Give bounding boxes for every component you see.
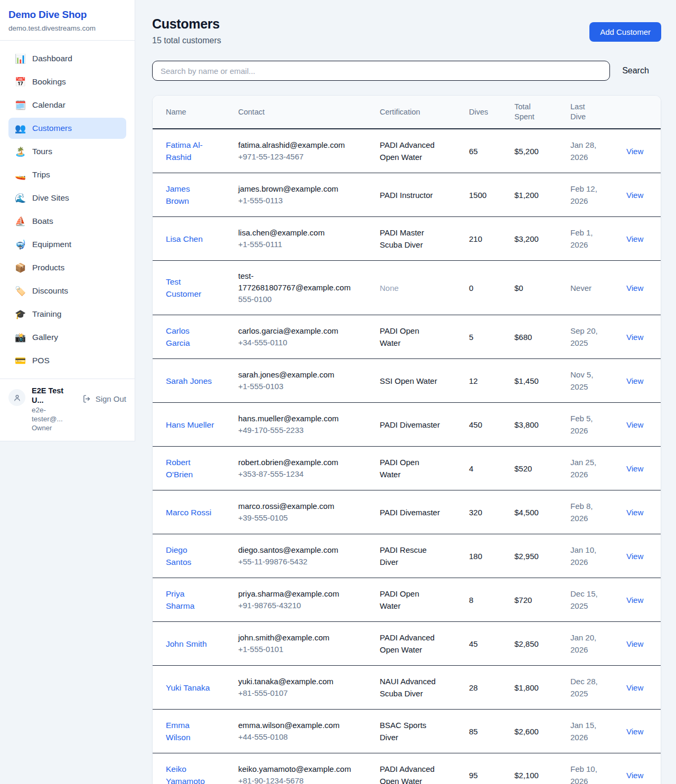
- customer-last-dive: Feb 10, 2026: [570, 763, 604, 784]
- view-customer-link[interactable]: View: [626, 464, 643, 473]
- view-customer-link[interactable]: View: [626, 508, 643, 517]
- customer-dives: 210: [461, 217, 506, 261]
- sidebar-item-pos[interactable]: 💳 POS: [8, 350, 126, 371]
- table-row: Hans Mueller hans.mueller@example.com +4…: [153, 403, 661, 447]
- page-title-block: Customers 15 total customers: [152, 16, 221, 45]
- sign-out-label: Sign Out: [96, 394, 126, 403]
- customer-name-link[interactable]: Carlos Garcia: [166, 325, 214, 349]
- add-customer-button[interactable]: Add Customer: [589, 22, 661, 42]
- search-bar: Search: [152, 61, 661, 81]
- customer-total-spent: $680: [506, 315, 562, 359]
- search-button[interactable]: Search: [610, 66, 661, 75]
- table-row: Diego Santos diego.santos@example.com +5…: [153, 534, 661, 578]
- shop-name: Demo Dive Shop: [8, 9, 126, 21]
- customer-name-link[interactable]: Robert O'Brien: [166, 456, 214, 480]
- customer-name-link[interactable]: Marco Rossi: [166, 506, 211, 518]
- view-customer-link[interactable]: View: [626, 333, 643, 342]
- view-customer-link[interactable]: View: [626, 191, 643, 200]
- view-customer-link[interactable]: View: [626, 234, 643, 243]
- customer-email: hans.mueller@example.com: [238, 413, 351, 424]
- table-row: Robert O'Brien robert.obrien@example.com…: [153, 447, 661, 490]
- customer-name-link[interactable]: Diego Santos: [166, 544, 214, 568]
- customer-phone: +81-555-0107: [238, 687, 363, 699]
- sidebar-item-boats[interactable]: ⛵ Boats: [8, 211, 126, 232]
- customer-certification: PADI Rescue Diver: [380, 544, 442, 568]
- avatar: [8, 389, 25, 406]
- customer-email: sarah.jones@example.com: [238, 369, 351, 381]
- table-row: Priya Sharma priya.sharma@example.com +9…: [153, 578, 661, 622]
- sidebar-item-training[interactable]: 🎓 Training: [8, 304, 126, 325]
- user-name: E2E Test U...: [32, 386, 76, 405]
- customer-name-link[interactable]: James Brown: [166, 183, 214, 207]
- customer-dives: 95: [461, 753, 506, 784]
- wave-icon: 🌊: [15, 194, 25, 203]
- customer-dives: 12: [461, 359, 506, 403]
- view-customer-link[interactable]: View: [626, 683, 643, 692]
- customer-name-link[interactable]: Sarah Jones: [166, 375, 212, 387]
- sailboat-icon: ⛵: [15, 217, 25, 226]
- customer-last-dive: Feb 8, 2026: [570, 500, 604, 524]
- sidebar-item-tours[interactable]: 🏝️ Tours: [8, 141, 126, 162]
- view-customer-link[interactable]: View: [626, 376, 643, 385]
- table-row: John Smith john.smith@example.com +1-555…: [153, 622, 661, 666]
- sidebar-item-equipment[interactable]: 🤿 Equipment: [8, 234, 126, 255]
- graduation-cap-icon: 🎓: [15, 310, 25, 319]
- customer-email: fatima.alrashid@example.com: [238, 139, 351, 151]
- view-customer-link[interactable]: View: [626, 596, 643, 604]
- column-header-certification: Certification: [371, 96, 461, 129]
- total-customers-count: 15 total customers: [152, 36, 221, 45]
- sidebar-item-calendar[interactable]: 🗓️ Calendar: [8, 95, 126, 116]
- customer-last-dive: Jan 25, 2026: [570, 456, 604, 480]
- customer-name-link[interactable]: Emma Wilson: [166, 719, 214, 743]
- customer-last-dive: Feb 1, 2026: [570, 226, 604, 251]
- customer-total-spent: $5,200: [506, 129, 562, 173]
- customer-email: marco.rossi@example.com: [238, 500, 351, 512]
- view-customer-link[interactable]: View: [626, 420, 643, 429]
- credit-card-icon: 💳: [15, 356, 25, 365]
- sidebar-item-bookings[interactable]: 📅 Bookings: [8, 71, 126, 92]
- customer-name-link[interactable]: Test Customer: [166, 276, 214, 300]
- sidebar-item-customers[interactable]: 👥 Customers: [8, 118, 126, 139]
- customer-email: test-1772681807767@example.com: [238, 270, 351, 294]
- customer-certification: PADI Instructor: [380, 189, 433, 201]
- search-input[interactable]: [152, 61, 610, 81]
- view-customer-link[interactable]: View: [626, 284, 643, 292]
- customer-phone: +81-90-1234-5678: [238, 775, 363, 784]
- customer-name-link[interactable]: John Smith: [166, 638, 207, 650]
- table-row: Keiko Yamamoto keiko.yamamoto@example.co…: [153, 753, 661, 784]
- view-customer-link[interactable]: View: [626, 727, 643, 736]
- table-row: Yuki Tanaka yuki.tanaka@example.com +81-…: [153, 666, 661, 710]
- customer-name-link[interactable]: Keiko Yamamoto: [166, 763, 214, 784]
- customer-total-spent: $1,450: [506, 359, 562, 403]
- customer-dives: 1500: [461, 173, 506, 217]
- sidebar-item-dashboard[interactable]: 📊 Dashboard: [8, 48, 126, 69]
- customer-name-link[interactable]: Hans Mueller: [166, 419, 214, 431]
- view-customer-link[interactable]: View: [626, 639, 643, 648]
- customer-last-dive: Jan 20, 2026: [570, 631, 604, 656]
- sidebar-item-products[interactable]: 📦 Products: [8, 257, 126, 278]
- customer-total-spent: $2,600: [506, 710, 562, 753]
- customer-name-link[interactable]: Lisa Chen: [166, 233, 203, 245]
- customer-phone: +971-55-123-4567: [238, 151, 363, 163]
- customer-name-link[interactable]: Yuki Tanaka: [166, 682, 210, 694]
- customers-table-card: Name Contact Certification Dives Total S…: [152, 95, 661, 784]
- sidebar-user-panel: E2E Test U... e2e-tester@... Owner Sign …: [0, 379, 135, 441]
- customer-certification: PADI Divemaster: [380, 419, 440, 431]
- view-customer-link[interactable]: View: [626, 771, 643, 780]
- sidebar-item-dive-sites[interactable]: 🌊 Dive Sites: [8, 187, 126, 209]
- customer-name-link[interactable]: Priya Sharma: [166, 588, 214, 612]
- view-customer-link[interactable]: View: [626, 147, 643, 156]
- speedboat-icon: 🚤: [15, 171, 25, 180]
- sidebar-item-trips[interactable]: 🚤 Trips: [8, 164, 126, 185]
- customer-last-dive: Jan 28, 2026: [570, 139, 604, 163]
- sidebar-item-gallery[interactable]: 📸 Gallery: [8, 327, 126, 348]
- customer-name-link[interactable]: Fatima Al-Rashid: [166, 139, 214, 163]
- sidebar-item-discounts[interactable]: 🏷️ Discounts: [8, 280, 126, 301]
- customer-certification: None: [380, 282, 399, 294]
- sign-out-button[interactable]: Sign Out: [82, 394, 126, 403]
- table-row: Lisa Chen lisa.chen@example.com +1-555-0…: [153, 217, 661, 261]
- sidebar: Demo Dive Shop demo.test.divestreams.com…: [0, 0, 135, 441]
- user-role: Owner: [32, 423, 76, 432]
- view-customer-link[interactable]: View: [626, 552, 643, 561]
- column-header-actions: [618, 96, 661, 129]
